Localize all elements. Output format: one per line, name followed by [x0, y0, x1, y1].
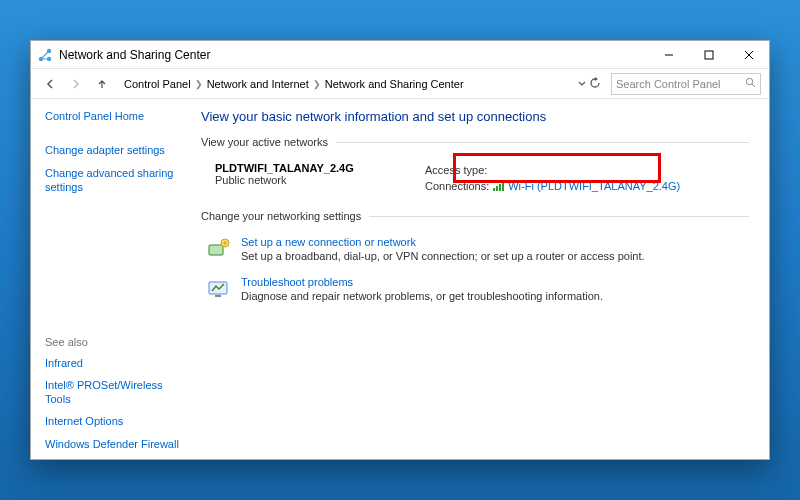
titlebar: Network and Sharing Center [31, 41, 769, 69]
close-button[interactable] [729, 41, 769, 69]
sidebar-link-adapter[interactable]: Change adapter settings [45, 143, 183, 157]
breadcrumb-item[interactable]: Control Panel [124, 78, 191, 90]
window-title: Network and Sharing Center [59, 48, 210, 62]
up-button[interactable] [91, 73, 113, 95]
setup-new-connection-item[interactable]: Set up a new connection or network Set u… [205, 236, 749, 262]
access-type-label: Access type: [425, 164, 487, 176]
see-also-defender-firewall[interactable]: Windows Defender Firewall [45, 437, 183, 451]
search-placeholder: Search Control Panel [616, 78, 745, 90]
svg-rect-8 [215, 295, 221, 297]
troubleshoot-item[interactable]: Troubleshoot problems Diagnose and repai… [205, 276, 749, 302]
see-also-internet-options[interactable]: Internet Options [45, 414, 183, 428]
minimize-button[interactable] [649, 41, 689, 69]
page-heading: View your basic network information and … [201, 109, 749, 124]
chevron-right-icon: ❯ [195, 79, 203, 89]
search-icon [745, 77, 756, 90]
forward-button[interactable] [65, 73, 87, 95]
connection-link[interactable]: Wi-Fi (PLDTWIFI_TALANAY_2.4G) [508, 180, 680, 192]
back-button[interactable] [39, 73, 61, 95]
breadcrumb-item[interactable]: Network and Sharing Center [325, 78, 464, 90]
chevron-right-icon: ❯ [313, 79, 321, 89]
history-dropdown-icon[interactable] [577, 78, 587, 90]
network-name: PLDTWIFI_TALANAY_2.4G [215, 162, 425, 174]
sidebar-link-sharing[interactable]: Change advanced sharing settings [45, 166, 183, 195]
setup-connection-title: Set up a new connection or network [241, 236, 645, 248]
control-panel-home-link[interactable]: Control Panel Home [45, 109, 183, 123]
maximize-button[interactable] [689, 41, 729, 69]
svg-rect-3 [705, 51, 713, 59]
active-network-row: PLDTWIFI_TALANAY_2.4G Public network Acc… [201, 158, 749, 206]
see-also-infrared[interactable]: Infrared [45, 356, 183, 370]
active-networks-label: View your active networks [201, 136, 328, 148]
search-input[interactable]: Search Control Panel [611, 73, 761, 95]
change-settings-label: Change your networking settings [201, 210, 361, 222]
sidebar: Control Panel Home Change adapter settin… [31, 99, 191, 459]
breadcrumb-item[interactable]: Network and Internet [207, 78, 309, 90]
wifi-signal-icon [493, 181, 504, 191]
main-content: View your basic network information and … [191, 99, 769, 459]
troubleshoot-icon [205, 276, 231, 302]
network-sharing-icon [37, 47, 53, 63]
troubleshoot-desc: Diagnose and repair network problems, or… [241, 290, 603, 302]
setup-connection-desc: Set up a broadband, dial-up, or VPN conn… [241, 250, 645, 262]
svg-point-4 [746, 78, 752, 84]
troubleshoot-title: Troubleshoot problems [241, 276, 603, 288]
divider [336, 142, 749, 143]
see-also-heading: See also [45, 328, 183, 348]
refresh-button[interactable] [589, 77, 601, 91]
active-networks-section: View your active networks [201, 136, 749, 148]
change-settings-section: Change your networking settings [201, 210, 749, 222]
network-category: Public network [215, 174, 425, 186]
svg-rect-5 [209, 245, 223, 255]
divider [369, 216, 749, 217]
breadcrumb[interactable]: Control Panel ❯ Network and Internet ❯ N… [117, 73, 573, 95]
setup-connection-icon [205, 236, 231, 262]
window-body: Control Panel Home Change adapter settin… [31, 99, 769, 459]
connections-label: Connections: [425, 180, 489, 192]
control-panel-window: Network and Sharing Center Control Panel… [30, 40, 770, 460]
toolbar: Control Panel ❯ Network and Internet ❯ N… [31, 69, 769, 99]
see-also-intel-proset[interactable]: Intel® PROSet/Wireless Tools [45, 378, 183, 407]
